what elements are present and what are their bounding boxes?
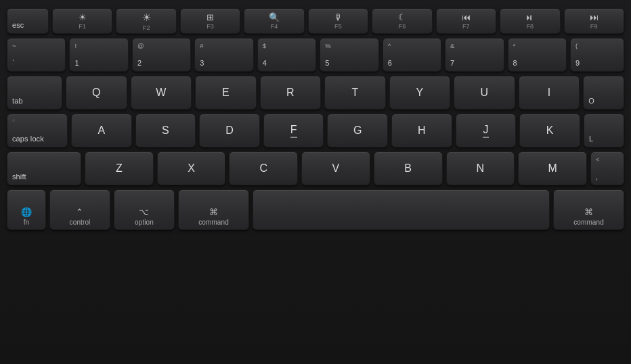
s-label: S: [162, 124, 169, 137]
esc-label: esc: [12, 21, 24, 30]
backtick-label: `: [12, 59, 15, 68]
key-v[interactable]: V: [301, 152, 370, 185]
key-command-left[interactable]: ⌘ command: [178, 189, 249, 230]
key-x[interactable]: X: [157, 152, 226, 185]
key-space[interactable]: [253, 189, 550, 230]
key-r[interactable]: R: [260, 76, 322, 110]
key-f2[interactable]: ☀ F2: [116, 8, 176, 34]
key-h[interactable]: H: [391, 114, 452, 147]
key-7[interactable]: & 7: [445, 38, 504, 72]
key-5[interactable]: % 5: [320, 38, 378, 72]
f2-content: ☀ F2: [142, 12, 151, 31]
key-a[interactable]: A: [71, 114, 132, 147]
key-option-left[interactable]: ⌥ option: [114, 189, 175, 230]
key-capslock[interactable]: caps lock: [7, 114, 68, 147]
key-o[interactable]: O: [583, 76, 624, 110]
e-label: E: [222, 86, 230, 99]
key-z[interactable]: Z: [85, 152, 154, 185]
4-label: 4: [263, 59, 267, 68]
v-label: V: [332, 162, 340, 175]
asdf-key-row: caps lock A S D F G H J K L: [7, 114, 624, 147]
hash-top: #: [200, 42, 203, 49]
command-left-label: command: [198, 219, 229, 226]
comma-label: ,: [596, 173, 598, 181]
6-label: 6: [388, 59, 392, 68]
key-s[interactable]: S: [135, 114, 196, 147]
f6-label: F6: [399, 23, 406, 30]
key-2[interactable]: @ 2: [132, 38, 191, 72]
key-d[interactable]: D: [199, 114, 260, 147]
f1-content: ☀ F1: [79, 12, 87, 30]
key-f8[interactable]: ⏯ F8: [500, 8, 560, 34]
k-label: K: [546, 124, 554, 137]
key-c[interactable]: C: [229, 152, 298, 185]
key-3[interactable]: # 3: [194, 38, 253, 72]
3-label: 3: [200, 59, 204, 68]
r-label: R: [286, 86, 295, 99]
key-9[interactable]: ( 9: [570, 38, 624, 72]
key-8[interactable]: * 8: [508, 38, 567, 72]
f9-content: ⏭ F9: [590, 12, 599, 30]
y-label: Y: [416, 86, 424, 99]
command-left-icon: ⌘: [209, 207, 218, 217]
key-y[interactable]: Y: [389, 76, 451, 110]
key-b[interactable]: B: [374, 152, 443, 185]
key-l[interactable]: L: [584, 114, 624, 147]
fastforward-icon: ⏭: [590, 12, 599, 22]
key-f1[interactable]: ☀ F1: [52, 8, 112, 34]
command-right-content: ⌘ command: [559, 194, 619, 226]
key-shift-left[interactable]: shift: [7, 152, 81, 185]
globe-icon: 🌐: [21, 207, 32, 217]
key-f3[interactable]: ⊞ F3: [180, 8, 240, 34]
key-command-right[interactable]: ⌘ command: [553, 189, 624, 230]
key-k[interactable]: K: [519, 114, 580, 147]
search-icon: 🔍: [269, 12, 280, 22]
key-fn[interactable]: 🌐 fn: [7, 189, 46, 230]
b-label: B: [404, 162, 412, 175]
key-f[interactable]: F: [263, 114, 324, 147]
o-label: O: [588, 97, 594, 106]
key-control[interactable]: ⌃ control: [49, 189, 110, 230]
7-label: 7: [450, 59, 454, 68]
number-key-row: ~ ` ! 1 @ 2 # 3 $ 4 % 5 ^ 6 & 7: [7, 38, 624, 72]
m-label: M: [548, 162, 557, 175]
t-label: T: [351, 86, 358, 99]
key-f9[interactable]: ⏭ F9: [564, 8, 624, 34]
key-1[interactable]: ! 1: [69, 38, 128, 72]
key-backtick[interactable]: ~ `: [7, 38, 66, 72]
8-label: 8: [513, 59, 517, 68]
key-j[interactable]: J: [456, 114, 517, 147]
f4-label: F4: [271, 23, 278, 30]
key-esc[interactable]: esc: [7, 8, 49, 34]
key-w[interactable]: W: [131, 76, 192, 110]
key-g[interactable]: G: [327, 114, 388, 147]
dnd-icon: ☾: [398, 12, 406, 22]
shift-label: shift: [12, 173, 26, 181]
key-t[interactable]: T: [324, 76, 386, 110]
key-q[interactable]: Q: [66, 76, 127, 110]
key-f6[interactable]: ☾ F6: [372, 8, 432, 34]
command-right-label: command: [573, 219, 604, 226]
key-comma[interactable]: < ,: [590, 152, 624, 185]
f-label: F: [290, 123, 297, 138]
key-m[interactable]: M: [518, 152, 587, 185]
i-label: I: [548, 86, 551, 99]
c-label: C: [259, 162, 267, 175]
key-f4[interactable]: 🔍 F4: [244, 8, 304, 34]
key-u[interactable]: U: [454, 76, 515, 110]
d-label: D: [225, 124, 234, 137]
f5-content: 🎙 F5: [334, 12, 343, 30]
key-6[interactable]: ^ 6: [383, 38, 441, 72]
key-e[interactable]: E: [195, 76, 257, 110]
key-n[interactable]: N: [446, 152, 515, 185]
f7-content: ⏮ F7: [462, 12, 471, 30]
9-label: 9: [575, 59, 580, 68]
key-f5[interactable]: 🎙 F5: [308, 8, 368, 34]
key-tab[interactable]: tab: [7, 76, 62, 110]
brightness-up-icon: ☀: [142, 12, 151, 24]
key-4[interactable]: $ 4: [257, 38, 316, 72]
key-f7[interactable]: ⏮ F7: [436, 8, 496, 34]
fn-label: fn: [24, 219, 30, 226]
f6-content: ☾ F6: [398, 12, 406, 30]
key-i[interactable]: I: [519, 76, 580, 110]
